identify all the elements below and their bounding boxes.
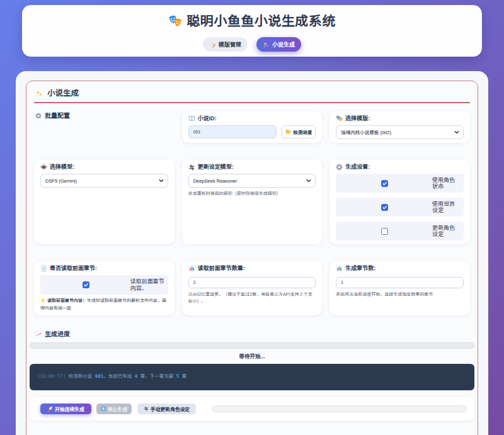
checkbox-cell [337, 228, 432, 235]
prev-count-label-text: 读取前面章节数量: [198, 265, 245, 272]
update-progressbar [212, 405, 467, 412]
checkbox-cell [337, 180, 432, 187]
sparkles-icon [263, 42, 269, 48]
update-model-hint: 状态更新时使用的模型（留空则使用生成模型） [188, 190, 316, 198]
option-read-prev-content: 读取前面章节内容。 [40, 275, 168, 295]
sparkles-icon [35, 90, 42, 97]
log-console[interactable]: [16:00:17] 检测到小说 001，当前已生成 4 章，下一章为第 5 章 [30, 364, 474, 390]
actions-bar: 开始连续生成 停止生成 手动更新角色设定 [30, 397, 474, 421]
config-grid: 批量配置 小说ID: 检测进度 选择模版: [34, 111, 470, 315]
batch-config-heading: 批量配置 [34, 111, 175, 119]
chart-up-icon [35, 331, 42, 337]
novel-id-input[interactable] [188, 125, 277, 138]
novel-id-row: 检测进度 [188, 125, 316, 138]
use-role-state-checkbox[interactable] [381, 180, 388, 187]
page-title: 聪明小鱼鱼小说生成系统 [22, 5, 482, 28]
bar-chart-icon [336, 265, 343, 272]
chapter-count-hint: 系统将从当前进度开始，连续生成指定数量的章节 [336, 291, 464, 298]
option-use-role-state: 使用角色状态 [336, 174, 464, 193]
template-card: 选择模版: 情绪内核小说模板 (002) [329, 111, 470, 143]
log-message: 检测到小说 001，当前已生成 4 章，下一章为第 5 章 [69, 373, 187, 379]
gen-settings-card: 生成设置: 使用角色状态 使用世界设定 [329, 160, 470, 244]
update-model-label-text: 更新设定模型: [198, 164, 234, 171]
stop-generation-label: 停止生成 [108, 405, 127, 412]
model-label: 选择模型: [40, 164, 168, 171]
gear-icon [35, 113, 42, 119]
panel-title: 小说生成 [34, 89, 470, 98]
prev-count-input[interactable] [188, 277, 316, 288]
model-select-wrap: DSF5 (Gemini) [40, 174, 168, 188]
update-model-select[interactable]: DeepSeek Reasoner [188, 174, 316, 188]
folder-icon [285, 129, 291, 135]
option-label: 使用角色状态 [432, 177, 462, 190]
stop-icon [101, 406, 106, 411]
tab-template-management[interactable]: 模版管理 [203, 37, 248, 52]
start-generation-button[interactable]: 开始连续生成 [40, 404, 91, 414]
model-label-text: 选择模型: [50, 164, 74, 171]
novel-generation-panel: 小说生成 批量配置 小说ID: 检测进度 [26, 81, 478, 435]
robot-icon [40, 164, 47, 171]
masks-icon [168, 14, 182, 28]
prev-count-card: 读取前面章节数量: 让AI记忆更连贯。（建议不超过2章，有些第三方API支持上下… [182, 261, 323, 315]
bulb-icon [40, 298, 45, 303]
use-world-setting-checkbox[interactable] [381, 204, 388, 211]
option-label: 使用世界设定 [432, 201, 462, 214]
prev-count-label: 读取前面章节数量: [188, 265, 316, 272]
cycle-arrows-icon [188, 164, 195, 171]
template-select[interactable]: 情绪内核小说模板 (002) [336, 125, 464, 139]
panel-title-text: 小说生成 [47, 89, 79, 98]
check-progress-button[interactable]: 检测进度 [282, 125, 316, 138]
read-prev-label-text: 是否读取前面章节: [50, 265, 97, 272]
memo-icon [209, 42, 215, 48]
update-model-label: 更新设定模型: [188, 164, 316, 171]
title-underline [34, 102, 470, 103]
read-prev-hint-strong: 读取前面章节内容： [47, 298, 87, 303]
masks-icon [336, 115, 343, 122]
tab-label: 小说生成 [272, 40, 295, 48]
page-title-text: 聪明小鱼鱼小说生成系统 [186, 14, 336, 28]
start-generation-label: 开始连续生成 [55, 405, 84, 412]
tab-novel-generation[interactable]: 小说生成 [256, 37, 301, 52]
novel-id-label: 小说ID: [188, 115, 316, 122]
gen-settings-label-text: 生成设置: [345, 164, 370, 171]
rocket-icon [47, 406, 53, 412]
status-text: 等待开始... [30, 353, 474, 361]
open-book-icon [188, 115, 195, 122]
chapter-count-input[interactable] [336, 277, 464, 288]
gen-settings-label: 生成设置: [336, 164, 464, 171]
template-label-text: 选择模版: [345, 115, 370, 122]
read-prev-checkbox[interactable] [83, 281, 89, 288]
option-label: 更新角色设定 [432, 225, 462, 238]
gear-icon [336, 164, 343, 171]
template-select-wrap: 情绪内核小说模板 (002) [336, 125, 464, 139]
prev-count-hint: 让AI记忆更连贯。（建议不超过2章，有些第三方API支持上下文较小）。 [188, 291, 316, 305]
main-tabs: 模版管理 小说生成 [22, 37, 482, 52]
cycle-arrows-icon [144, 406, 149, 411]
chapter-count-label: 生成章节数: [336, 265, 464, 272]
checkbox-cell [42, 281, 130, 288]
bar-chart-icon [188, 265, 195, 272]
update-roles-label: 手动更新角色设定 [151, 405, 190, 412]
read-prev-label: 是否读取前面章节: [40, 265, 168, 272]
update-role-setting-checkbox[interactable] [381, 228, 388, 235]
novel-id-card: 小说ID: 检测进度 [182, 111, 323, 143]
update-roles-button[interactable]: 手动更新角色设定 [137, 404, 196, 414]
template-label: 选择模版: [336, 115, 464, 122]
main-container: 小说生成 批量配置 小说ID: 检测进度 [16, 71, 488, 435]
model-select[interactable]: DSF5 (Gemini) [40, 174, 168, 188]
model-card: 选择模型: DSF5 (Gemini) [34, 160, 175, 244]
check-progress-label: 检测进度 [293, 128, 312, 135]
stop-generation-button[interactable]: 停止生成 [96, 404, 132, 414]
checkbox-cell [337, 204, 432, 211]
read-prev-card: 是否读取前面章节: 读取前面章节内容。 读取前面章节内容：生成时读取前面章节的最… [34, 261, 175, 315]
read-prev-hint: 读取前面章节内容：生成时读取前面章节的最新文件内容，确保内容衔接一致 [40, 297, 168, 312]
tab-label: 模版管理 [219, 40, 241, 48]
option-use-world-setting: 使用世界设定 [336, 198, 464, 217]
option-update-role-setting: 更新角色设定 [336, 222, 464, 240]
app-header: 聪明小鱼鱼小说生成系统 模版管理 小说生成 [22, 5, 482, 57]
chapter-count-card: 生成章节数: 系统将从当前进度开始，连续生成指定数量的章节 [329, 261, 470, 315]
update-model-card: 更新设定模型: DeepSeek Reasoner 状态更新时使用的模型（留空则… [182, 160, 323, 244]
option-label: 读取前面章节内容。 [130, 278, 167, 291]
progress-heading-text: 生成进度 [45, 330, 70, 337]
novel-id-label-text: 小说ID: [198, 115, 217, 122]
